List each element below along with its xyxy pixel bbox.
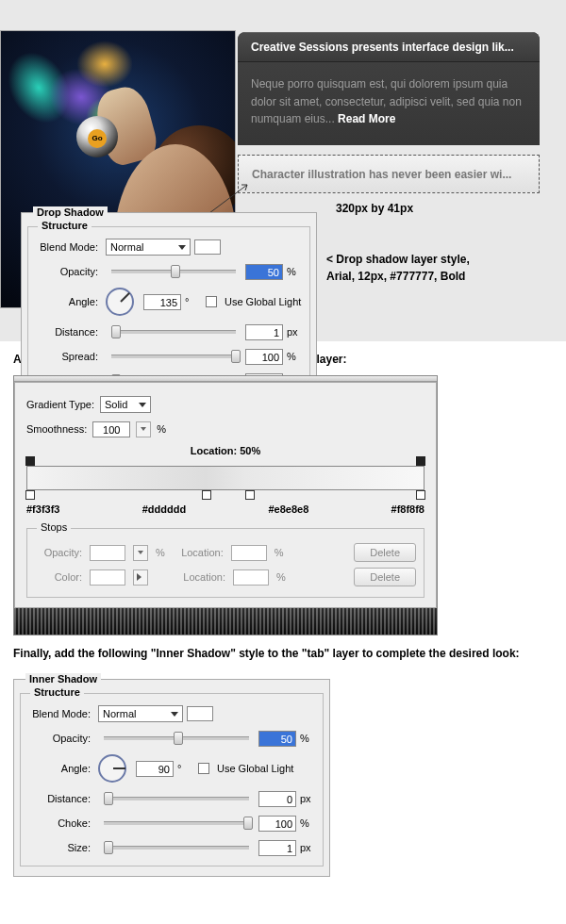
hero-region: Go Creative Sessions presents interface … [0, 0, 566, 341]
global-light-checkbox[interactable] [206, 296, 217, 307]
inactive-tab[interactable]: Character illustration has never been ea… [238, 155, 540, 193]
is-size-input[interactable]: 1 [258, 840, 296, 856]
blend-mode-select[interactable]: Normal [106, 239, 191, 256]
delete-opacity-stop-button[interactable]: Delete [354, 543, 416, 562]
color-stop-labels: #f3f3f3 #dddddd #e8e8e8 #f8f8f8 [26, 490, 424, 524]
active-tab-body: Neque porro quisquam est, qui dolorem ip… [238, 62, 540, 145]
smoothness-input[interactable]: 100 [92, 421, 130, 437]
location-center-label: Location: 50% [26, 445, 424, 456]
gradient-type-select[interactable]: Solid [100, 396, 151, 413]
stops-location-unit: % [275, 547, 284, 558]
is-blend-mode-select[interactable]: Normal [98, 705, 183, 722]
smoothness-stepper-icon[interactable] [136, 421, 151, 437]
color-stop-icon[interactable] [416, 490, 425, 500]
is-global-light-label: Use Global Light [217, 763, 293, 774]
angle-input[interactable]: 135 [143, 294, 181, 310]
color-stop-4: #f8f8f8 [391, 503, 424, 515]
spread-slider[interactable] [111, 355, 236, 358]
gradient-editor-panel: Gradient Type: Solid Smoothness: 100 % L… [14, 382, 437, 608]
spread-unit: % [287, 351, 304, 362]
color-stop-icon[interactable] [25, 490, 35, 500]
annotation-line-1: < Drop shadow layer style, [326, 251, 470, 268]
stops-location-label: Location: [173, 547, 224, 558]
angle-needle [120, 292, 130, 303]
drop-shadow-title: Drop Shadow [33, 206, 108, 218]
delete-color-stop-button[interactable]: Delete [354, 568, 416, 586]
is-opacity-slider[interactable] [104, 736, 249, 740]
color-stop-icon[interactable] [202, 490, 211, 500]
angle-needle [113, 767, 125, 769]
slider-thumb[interactable] [111, 325, 121, 338]
is-size-label: Size: [26, 842, 94, 853]
smoothness-label: Smoothness: [26, 423, 87, 435]
slider-thumb[interactable] [243, 817, 253, 830]
section-3-text: Finally, add the following "Inner Shadow… [0, 635, 566, 669]
is-angle-label: Angle: [26, 763, 94, 774]
spread-label: Spread: [34, 351, 102, 362]
opacity-slider[interactable] [111, 270, 236, 273]
stops-title: Stops [37, 521, 71, 533]
is-global-light-checkbox[interactable] [198, 763, 209, 774]
slider-thumb[interactable] [174, 732, 183, 745]
stops-opacity-unit: % [156, 547, 165, 558]
opacity-stop-right-icon[interactable] [416, 456, 425, 466]
inner-structure-title: Structure [30, 686, 84, 698]
gradient-type-label: Gradient Type: [26, 399, 94, 410]
is-distance-slider[interactable] [104, 797, 249, 800]
distance-label: Distance: [34, 326, 102, 338]
active-tab-title[interactable]: Creative Sessions presents interface des… [238, 32, 540, 62]
is-choke-slider[interactable] [104, 821, 249, 825]
distance-slider[interactable] [111, 330, 236, 334]
stops-opacity-input[interactable] [90, 545, 125, 561]
angle-unit: ° [185, 296, 202, 307]
read-more-link[interactable]: Read More [338, 112, 395, 125]
is-angle-dial[interactable] [98, 754, 126, 783]
is-size-unit: px [300, 842, 317, 853]
distance-input[interactable]: 1 [245, 324, 283, 340]
is-distance-label: Distance: [26, 793, 94, 804]
inactive-tab-title: Character illustration has never been ea… [252, 168, 511, 181]
is-size-slider[interactable] [104, 846, 249, 850]
slider-thumb[interactable] [104, 841, 113, 854]
stops-group: Stops Opacity: % Location: % Delete Colo… [26, 528, 424, 598]
color-stop-2: #dddddd [142, 503, 186, 515]
is-distance-input[interactable]: 0 [258, 791, 296, 807]
color-stop-icon[interactable] [245, 490, 255, 500]
gradient-bar[interactable] [26, 466, 424, 490]
distance-unit: px [287, 326, 304, 338]
is-angle-input[interactable]: 90 [136, 761, 174, 777]
stops-opacity-label: Opacity: [35, 547, 82, 558]
is-color-swatch[interactable] [187, 706, 213, 721]
color-stop-1: #f3f3f3 [26, 503, 59, 515]
stops-location-label-2: Location: [175, 571, 225, 583]
gradient-editor-wrap: Gradient Type: Solid Smoothness: 100 % L… [13, 375, 438, 635]
inner-structure-group: Structure Blend Mode: Normal Opacity: 50… [20, 693, 324, 866]
stops-location-input[interactable] [231, 545, 267, 561]
stops-location-unit-2: % [276, 571, 286, 583]
is-blend-mode-label: Blend Mode: [26, 708, 94, 719]
opacity-input[interactable]: 50 [245, 264, 283, 280]
is-opacity-input[interactable]: 50 [258, 731, 296, 747]
swirl-decoration [76, 41, 133, 88]
stops-color-swatch[interactable] [90, 569, 125, 586]
is-distance-unit: px [300, 793, 317, 804]
spread-input[interactable]: 100 [245, 349, 283, 365]
opacity-label: Opacity: [34, 266, 102, 277]
global-light-label: Use Global Light [225, 296, 301, 307]
blend-mode-label: Blend Mode: [34, 241, 102, 253]
slider-thumb[interactable] [104, 792, 113, 805]
stops-location-input-2[interactable] [233, 569, 269, 586]
angle-dial[interactable] [106, 288, 134, 316]
active-tab-card: Creative Sessions presents interface des… [238, 32, 540, 145]
stops-color-picker-icon[interactable] [133, 569, 148, 586]
blend-mode-value: Normal [110, 241, 143, 253]
smoothness-unit: % [157, 423, 166, 435]
is-choke-input[interactable]: 100 [258, 816, 296, 832]
is-angle-unit: ° [177, 763, 194, 774]
eight-ball: Go [76, 116, 118, 157]
opacity-stop-left-icon[interactable] [25, 456, 35, 466]
slider-thumb[interactable] [231, 350, 241, 363]
slider-thumb[interactable] [171, 265, 180, 278]
stops-opacity-stepper-icon[interactable] [133, 545, 148, 561]
color-swatch[interactable] [194, 239, 221, 255]
